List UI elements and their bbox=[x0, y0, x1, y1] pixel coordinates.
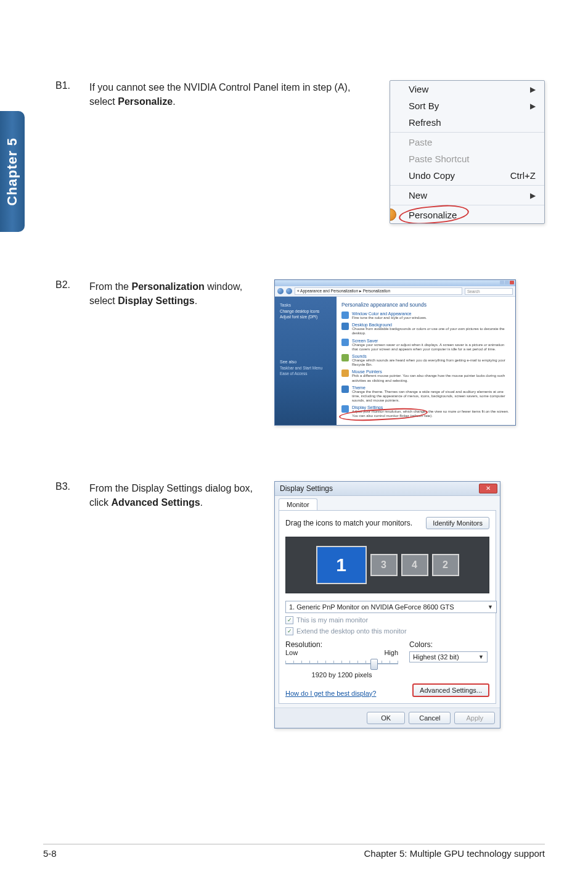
search-input[interactable]: Search bbox=[465, 288, 513, 295]
theme-icon bbox=[341, 386, 349, 393]
ctx-undo-copy[interactable]: Undo CopyCtrl+Z bbox=[390, 167, 544, 184]
see-taskbar-start[interactable]: Taskbar and Start Menu bbox=[280, 366, 332, 370]
item-mouse-pointers[interactable]: Mouse PointersPick a different mouse poi… bbox=[341, 369, 510, 382]
desktop-bg-icon bbox=[341, 323, 349, 330]
ctx-view[interactable]: View▶ bbox=[390, 81, 544, 97]
submenu-arrow-icon: ▶ bbox=[530, 191, 536, 200]
nav-back-button[interactable] bbox=[277, 288, 284, 294]
item-theme[interactable]: ThemeChange the theme. Themes can change… bbox=[341, 386, 510, 403]
item-sounds[interactable]: SoundsChange which sounds are heard when… bbox=[341, 354, 510, 367]
step-b3-text: From the Display Settings dialog box, cl… bbox=[89, 481, 274, 510]
desktop-context-menu: View▶ Sort By▶ Refresh Paste Paste Short… bbox=[390, 80, 545, 224]
step-b2-text: From the Personalization window, select … bbox=[89, 279, 274, 308]
tab-monitor[interactable]: Monitor bbox=[279, 498, 317, 510]
monitor-4[interactable]: 4 bbox=[401, 554, 428, 576]
advanced-settings-button[interactable]: Advanced Settings... bbox=[412, 683, 489, 697]
ctx-refresh[interactable]: Refresh bbox=[390, 114, 544, 131]
page-number: 5-8 bbox=[43, 848, 57, 859]
colors-select[interactable]: Highest (32 bit)▼ bbox=[409, 651, 488, 662]
slider-low-label: Low bbox=[285, 649, 298, 656]
ctx-personalize[interactable]: Personalize bbox=[390, 207, 544, 223]
checkbox-icon: ✓ bbox=[285, 616, 293, 624]
close-button[interactable]: ✕ bbox=[479, 484, 497, 493]
display-settings-icon bbox=[341, 405, 349, 413]
slider-thumb[interactable] bbox=[370, 659, 378, 670]
chapter-side-tab-label: Chapter 5 bbox=[4, 138, 20, 205]
nav-forward-button[interactable] bbox=[286, 288, 292, 294]
submenu-arrow-icon: ▶ bbox=[530, 102, 536, 110]
monitor-2[interactable]: 2 bbox=[432, 554, 459, 576]
chapter-title: Chapter 5: Multiple GPU technology suppo… bbox=[364, 848, 545, 859]
display-settings-figure: Display Settings ✕ Monitor Drag the icon… bbox=[274, 481, 500, 728]
context-menu-figure: View▶ Sort By▶ Refresh Paste Paste Short… bbox=[390, 80, 545, 224]
personalization-main: Personalize appearance and sounds Window… bbox=[337, 297, 515, 425]
item-window-color[interactable]: Window Color and AppearanceFine tune the… bbox=[341, 311, 510, 320]
checkbox-icon: ✓ bbox=[285, 627, 293, 635]
monitor-3[interactable]: 3 bbox=[370, 554, 398, 576]
ctx-paste-shortcut: Paste Shortcut bbox=[390, 151, 544, 167]
explorer-address-bar: « Appearance and Personalization ▸ Perso… bbox=[275, 286, 515, 297]
see-ease-of-access[interactable]: Ease of Access bbox=[280, 371, 332, 376]
chk-extend-desktop: ✓Extend the desktop onto this monitor bbox=[285, 627, 489, 635]
sounds-icon bbox=[341, 354, 349, 361]
apply-button: Apply bbox=[454, 712, 495, 724]
slider-high-label: High bbox=[384, 649, 398, 656]
task-change-desktop-icons[interactable]: Change desktop icons bbox=[280, 309, 332, 313]
ctx-new[interactable]: New▶ bbox=[390, 187, 544, 204]
submenu-arrow-icon: ▶ bbox=[530, 85, 536, 94]
menu-separator bbox=[390, 185, 544, 186]
resolution-label: Resolution: bbox=[285, 640, 398, 649]
dialog-title: Display Settings bbox=[280, 484, 333, 493]
see-also-header: See also bbox=[280, 360, 332, 364]
item-desktop-background[interactable]: Desktop BackgroundChoose from available … bbox=[341, 323, 510, 336]
step-b1: B1. If you cannot see the NVIDIA Control… bbox=[55, 80, 545, 224]
item-display-settings[interactable]: Display SettingsAdjust your monitor reso… bbox=[341, 405, 510, 418]
dialog-button-row: OK Cancel Apply bbox=[275, 708, 500, 728]
step-b3-number: B3. bbox=[55, 481, 89, 492]
personalization-window-figure: « Appearance and Personalization ▸ Perso… bbox=[274, 279, 516, 426]
window-controls[interactable] bbox=[499, 281, 514, 285]
drag-instruction: Drag the icons to match your monitors. bbox=[285, 519, 412, 527]
dropdown-arrow-icon: ▼ bbox=[488, 604, 493, 610]
display-settings-dialog: Display Settings ✕ Monitor Drag the icon… bbox=[274, 481, 500, 728]
personalization-window: « Appearance and Personalization ▸ Perso… bbox=[274, 279, 516, 426]
monitor-select[interactable]: 1. Generic PnP Monitor on NVIDIA GeForce… bbox=[285, 601, 497, 613]
breadcrumb[interactable]: « Appearance and Personalization ▸ Perso… bbox=[295, 287, 462, 295]
ctx-sortby[interactable]: Sort By▶ bbox=[390, 97, 544, 114]
ctx-paste: Paste bbox=[390, 134, 544, 151]
resolution-current: 1920 by 1200 pixels bbox=[285, 671, 398, 679]
cancel-button[interactable]: Cancel bbox=[409, 712, 451, 724]
help-link[interactable]: How do I get the best display? bbox=[285, 690, 376, 697]
menu-separator bbox=[390, 205, 544, 205]
personalization-heading: Personalize appearance and sounds bbox=[341, 302, 510, 308]
step-b3: B3. From the Display Settings dialog box… bbox=[55, 481, 545, 728]
step-b2: B2. From the Personalization window, sel… bbox=[55, 279, 545, 426]
tasks-header: Tasks bbox=[280, 303, 332, 307]
dropdown-arrow-icon: ▼ bbox=[478, 654, 484, 660]
ok-button[interactable]: OK bbox=[367, 712, 405, 724]
colors-label: Colors: bbox=[409, 640, 489, 649]
menu-separator bbox=[390, 132, 544, 133]
mouse-icon bbox=[341, 369, 349, 377]
chapter-side-tab: Chapter 5 bbox=[0, 111, 25, 232]
step-b1-text: If you cannot see the NVIDIA Control Pan… bbox=[89, 80, 390, 109]
ctx-undo-copy-key: Ctrl+Z bbox=[510, 170, 536, 181]
tasks-sidebar: Tasks Change desktop icons Adjust font s… bbox=[275, 297, 337, 425]
chk-main-monitor: ✓This is my main monitor bbox=[285, 616, 489, 624]
window-color-icon bbox=[341, 311, 349, 319]
monitor-panel: Drag the icons to match your monitors. I… bbox=[279, 510, 496, 704]
monitor-layout-area[interactable]: 1 3 4 2 bbox=[285, 537, 489, 593]
step-b2-number: B2. bbox=[55, 279, 89, 291]
screen-saver-icon bbox=[341, 339, 349, 346]
task-adjust-font-size[interactable]: Adjust font size (DPI) bbox=[280, 315, 332, 319]
content-area: B1. If you cannot see the NVIDIA Control… bbox=[55, 80, 545, 784]
dialog-titlebar[interactable]: Display Settings ✕ bbox=[275, 482, 500, 496]
personalize-icon bbox=[390, 208, 396, 221]
monitor-1[interactable]: 1 bbox=[316, 546, 367, 584]
window-titlebar[interactable] bbox=[275, 280, 515, 286]
resolution-slider[interactable] bbox=[285, 659, 398, 669]
identify-monitors-button[interactable]: Identify Monitors bbox=[426, 517, 489, 529]
step-b1-number: B1. bbox=[55, 80, 89, 91]
item-screen-saver[interactable]: Screen SaverChange your screen saver or … bbox=[341, 339, 510, 352]
page-footer: 5-8 Chapter 5: Multiple GPU technology s… bbox=[43, 844, 545, 859]
